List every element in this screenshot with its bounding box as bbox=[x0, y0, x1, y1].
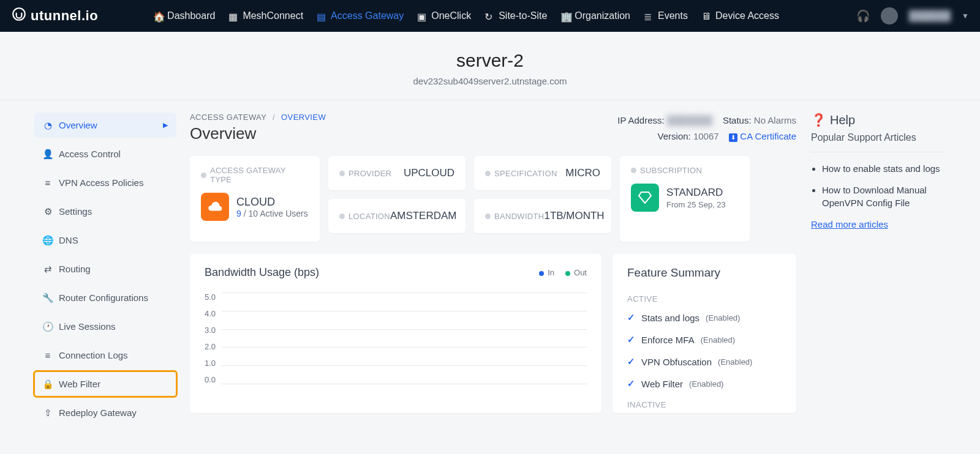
site-icon: ↻ bbox=[484, 11, 494, 21]
nav-events[interactable]: ≣Events bbox=[644, 0, 688, 32]
status-value: No Alarms bbox=[754, 115, 796, 125]
sidebar-item-redeploy[interactable]: ⇧Redeploy Gateway bbox=[34, 400, 176, 425]
card-provider: PROVIDER UPCLOUD bbox=[328, 156, 466, 190]
diamond-icon bbox=[631, 184, 659, 212]
status-block: IP Address: ███████ Status: No Alarms Ve… bbox=[617, 113, 796, 144]
card-location: LOCATION AMSTERDAM bbox=[328, 199, 466, 233]
feature-active-label: ACTIVE bbox=[627, 294, 782, 303]
bandwidth-chart-card: Bandwidth Usage (bps) In Out 5.0 4.0 3.0… bbox=[190, 254, 601, 413]
brand-icon bbox=[11, 6, 27, 26]
avatar[interactable] bbox=[881, 7, 898, 24]
chart-legend: In Out bbox=[539, 268, 587, 277]
nav-right: 🎧 ██████ ▼ bbox=[856, 7, 969, 24]
check-icon: ✓ bbox=[627, 334, 635, 345]
sidebar-item-routing[interactable]: ⇄Routing bbox=[34, 256, 176, 281]
redeploy-icon: ⇧ bbox=[43, 408, 53, 418]
download-icon: ⬇ bbox=[729, 133, 737, 142]
tag-icon bbox=[631, 168, 636, 173]
help-panel: ❓ Help Popular Support Articles How to e… bbox=[811, 113, 946, 429]
tag-icon bbox=[201, 173, 206, 178]
card-specification: SPECIFICATION MICRO bbox=[474, 156, 611, 190]
sidebar-item-vpn-policies[interactable]: ≡VPN Access Policies bbox=[34, 170, 176, 195]
breadcrumb-current: OVERVIEW bbox=[281, 113, 326, 122]
server-domain: dev232sub4049server2.utnstage.com bbox=[0, 76, 980, 86]
help-articles: How to enable stats and logs How to Down… bbox=[822, 162, 946, 209]
user-name[interactable]: ██████ bbox=[909, 10, 951, 21]
tag-icon bbox=[485, 214, 491, 219]
sidebar-item-router-config[interactable]: 🔧Router Configurations bbox=[34, 285, 176, 310]
bandwidth-value: 1TB/MONTH bbox=[544, 210, 604, 222]
lock-icon: 🔒 bbox=[43, 379, 53, 389]
sidebar-item-overview[interactable]: ◔ Overview ▶ bbox=[34, 113, 176, 138]
ip-value: ███████ bbox=[667, 115, 712, 125]
sidebar: ◔ Overview ▶ 👤Access Control ≡VPN Access… bbox=[34, 113, 176, 429]
routing-icon: ⇄ bbox=[43, 264, 53, 274]
legend-in: In bbox=[539, 268, 554, 277]
card-type-value: CLOUD bbox=[236, 196, 308, 209]
spec-value: MICRO bbox=[565, 167, 600, 179]
sidebar-item-live-sessions[interactable]: 🕐Live Sessions bbox=[34, 314, 176, 339]
nav-meshconnect[interactable]: ▦MeshConnect bbox=[228, 0, 303, 32]
read-more-link[interactable]: Read more articles bbox=[811, 219, 888, 229]
feature-item: ✓VPN Obfuscation (Enabled) bbox=[627, 356, 782, 367]
ip-label: IP Address: bbox=[617, 115, 664, 125]
chart-grid bbox=[222, 292, 587, 384]
check-icon: ✓ bbox=[627, 312, 635, 323]
nav-dashboard[interactable]: 🏠Dashboard bbox=[153, 0, 215, 32]
home-icon: 🏠 bbox=[153, 11, 163, 21]
server-header: server-2 dev232sub4049server2.utnstage.c… bbox=[0, 32, 980, 100]
feature-summary-card: Feature Summary ACTIVE ✓Stats and logs (… bbox=[612, 254, 796, 413]
help-article[interactable]: How to enable stats and logs bbox=[822, 162, 946, 175]
sidebar-item-connection-logs[interactable]: ≡Connection Logs bbox=[34, 343, 176, 368]
version-value: 10067 bbox=[693, 131, 719, 141]
nav-oneclick[interactable]: ▣OneClick bbox=[417, 0, 471, 32]
sidebar-item-dns[interactable]: 🌐DNS bbox=[34, 228, 176, 253]
card-bandwidth: BANDWIDTH 1TB/MONTH bbox=[474, 199, 611, 233]
policies-icon: ≡ bbox=[43, 178, 53, 188]
support-icon[interactable]: 🎧 bbox=[856, 9, 870, 23]
brand-name: utunnel.io bbox=[31, 8, 98, 24]
events-icon: ≣ bbox=[644, 11, 654, 21]
breadcrumb-root[interactable]: ACCESS GATEWAY bbox=[190, 113, 266, 122]
sidebar-item-settings[interactable]: ⚙Settings bbox=[34, 199, 176, 224]
feature-item: ✓Enforce MFA (Enabled) bbox=[627, 334, 782, 345]
top-nav: utunnel.io 🏠Dashboard ▦MeshConnect ▤Acce… bbox=[0, 0, 980, 32]
tag-icon bbox=[485, 171, 491, 176]
card-type-label: ACCESS GATEWAY TYPE bbox=[201, 166, 309, 184]
globe-icon: 🌐 bbox=[43, 236, 53, 245]
device-icon: 🖥 bbox=[701, 11, 711, 21]
chevron-right-icon: ▶ bbox=[163, 121, 168, 129]
content-main: ACCESS GATEWAY / OVERVIEW Overview IP Ad… bbox=[190, 113, 796, 429]
active-users: 9 / 10 Active Users bbox=[236, 209, 308, 218]
legend-out: Out bbox=[565, 268, 587, 277]
help-subtitle: Popular Support Articles bbox=[811, 132, 946, 152]
lower-row: Bandwidth Usage (bps) In Out 5.0 4.0 3.0… bbox=[190, 254, 796, 413]
breadcrumb: ACCESS GATEWAY / OVERVIEW bbox=[190, 113, 326, 122]
nav-access-gateway[interactable]: ▤Access Gateway bbox=[317, 0, 404, 32]
nav-site-to-site[interactable]: ↻Site-to-Site bbox=[484, 0, 547, 32]
sidebar-item-web-filter[interactable]: 🔒Web Filter bbox=[34, 371, 176, 396]
version-label: Version: bbox=[658, 131, 691, 141]
col-provider-location: PROVIDER UPCLOUD LOCATION AMSTERDAM bbox=[328, 156, 466, 242]
chart: 5.0 4.0 3.0 2.0 1.0 0.0 bbox=[205, 292, 587, 384]
sidebar-item-access-control[interactable]: 👤Access Control bbox=[34, 141, 176, 166]
sub-date: From 25 Sep, 23 bbox=[666, 200, 726, 209]
tag-icon bbox=[339, 171, 345, 176]
nav-organization[interactable]: 🏢Organization bbox=[560, 0, 630, 32]
y-axis: 5.0 4.0 3.0 2.0 1.0 0.0 bbox=[205, 292, 222, 384]
page-title: Overview bbox=[190, 124, 326, 143]
card-subscription: SUBSCRIPTION STANDARD From 25 Sep, 23 bbox=[620, 156, 750, 242]
brand-logo[interactable]: utunnel.io bbox=[11, 6, 98, 26]
help-article[interactable]: How to Download Manual OpenVPN Config Fi… bbox=[822, 184, 946, 209]
gateway-icon: ▤ bbox=[317, 11, 326, 21]
chart-title: Bandwidth Usage (bps) bbox=[205, 266, 319, 279]
status-label: Status: bbox=[723, 115, 752, 125]
ca-certificate-link[interactable]: CA Certificate bbox=[740, 131, 796, 141]
main: ◔ Overview ▶ 👤Access Control ≡VPN Access… bbox=[0, 100, 980, 429]
feature-item: ✓Web Filter (Enabled) bbox=[627, 378, 782, 389]
mesh-icon: ▦ bbox=[228, 11, 238, 21]
nav-device-access[interactable]: 🖥Device Access bbox=[701, 0, 779, 32]
col-spec-bandwidth: SPECIFICATION MICRO BANDWIDTH 1TB/MONTH bbox=[474, 156, 611, 242]
chevron-down-icon[interactable]: ▼ bbox=[962, 12, 969, 20]
gear-icon: ⚙ bbox=[43, 207, 53, 217]
